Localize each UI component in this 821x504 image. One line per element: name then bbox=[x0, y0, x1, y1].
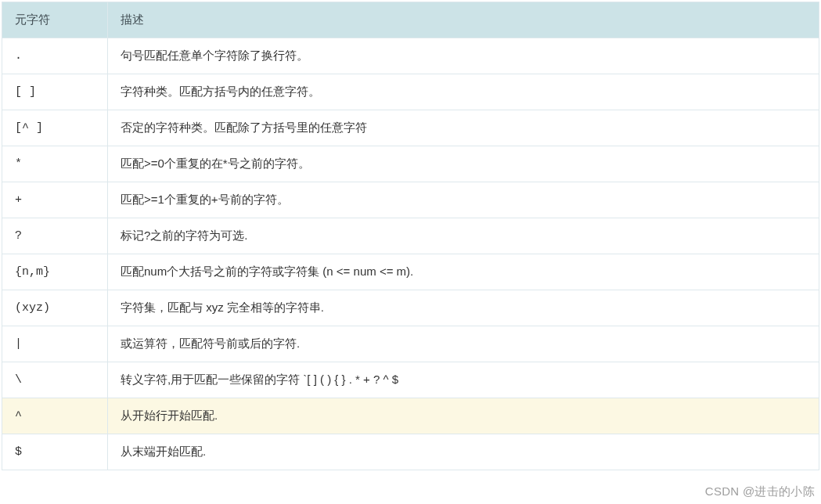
table-row: [^ ]否定的字符种类。匹配除了方括号里的任意字符 bbox=[2, 110, 819, 146]
watermark: CSDN @进击的小陈 bbox=[705, 484, 815, 499]
metachar-cell: | bbox=[2, 326, 108, 362]
description-cell: 否定的字符种类。匹配除了方括号里的任意字符 bbox=[108, 110, 819, 146]
table-header-row: 元字符 描述 bbox=[2, 2, 819, 38]
description-cell: 标记?之前的字符为可选. bbox=[108, 218, 819, 254]
metachar-cell: + bbox=[2, 182, 108, 218]
metachar-cell: (xyz) bbox=[2, 290, 108, 326]
table-row: ?标记?之前的字符为可选. bbox=[2, 218, 819, 254]
table-row: $从末端开始匹配. bbox=[2, 434, 819, 470]
table-body: .句号匹配任意单个字符除了换行符。[ ]字符种类。匹配方括号内的任意字符。[^ … bbox=[2, 38, 819, 470]
description-cell: 句号匹配任意单个字符除了换行符。 bbox=[108, 38, 819, 74]
table-row: \转义字符,用于匹配一些保留的字符 `[ ] ( ) { } . * + ? ^… bbox=[2, 362, 819, 398]
regex-metachars-table: 元字符 描述 .句号匹配任意单个字符除了换行符。[ ]字符种类。匹配方括号内的任… bbox=[2, 2, 819, 470]
description-cell: 转义字符,用于匹配一些保留的字符 `[ ] ( ) { } . * + ? ^ … bbox=[108, 362, 819, 398]
metachar-cell: [ ] bbox=[2, 74, 108, 110]
header-desc: 描述 bbox=[108, 2, 819, 38]
description-cell: 或运算符，匹配符号前或后的字符. bbox=[108, 326, 819, 362]
description-cell: 从开始行开始匹配. bbox=[108, 398, 819, 434]
description-cell: 字符集，匹配与 xyz 完全相等的字符串. bbox=[108, 290, 819, 326]
table-row: [ ]字符种类。匹配方括号内的任意字符。 bbox=[2, 74, 819, 110]
metachar-cell: ^ bbox=[2, 398, 108, 434]
table-row: .句号匹配任意单个字符除了换行符。 bbox=[2, 38, 819, 74]
metachar-cell: ? bbox=[2, 218, 108, 254]
table-row: {n,m}匹配num个大括号之前的字符或字符集 (n <= num <= m). bbox=[2, 254, 819, 290]
metachar-cell: [^ ] bbox=[2, 110, 108, 146]
table-row: |或运算符，匹配符号前或后的字符. bbox=[2, 326, 819, 362]
description-cell: 字符种类。匹配方括号内的任意字符。 bbox=[108, 74, 819, 110]
table-row: (xyz)字符集，匹配与 xyz 完全相等的字符串. bbox=[2, 290, 819, 326]
description-cell: 从末端开始匹配. bbox=[108, 434, 819, 470]
metachar-cell: \ bbox=[2, 362, 108, 398]
table-row: *匹配>=0个重复的在*号之前的字符。 bbox=[2, 146, 819, 182]
header-char: 元字符 bbox=[2, 2, 108, 38]
description-cell: 匹配>=1个重复的+号前的字符。 bbox=[108, 182, 819, 218]
table-row: ^从开始行开始匹配. bbox=[2, 398, 819, 434]
description-cell: 匹配num个大括号之前的字符或字符集 (n <= num <= m). bbox=[108, 254, 819, 290]
metachar-cell: $ bbox=[2, 434, 108, 470]
metachar-cell: * bbox=[2, 146, 108, 182]
metachar-cell: . bbox=[2, 38, 108, 74]
description-cell: 匹配>=0个重复的在*号之前的字符。 bbox=[108, 146, 819, 182]
metachar-cell: {n,m} bbox=[2, 254, 108, 290]
table-row: +匹配>=1个重复的+号前的字符。 bbox=[2, 182, 819, 218]
